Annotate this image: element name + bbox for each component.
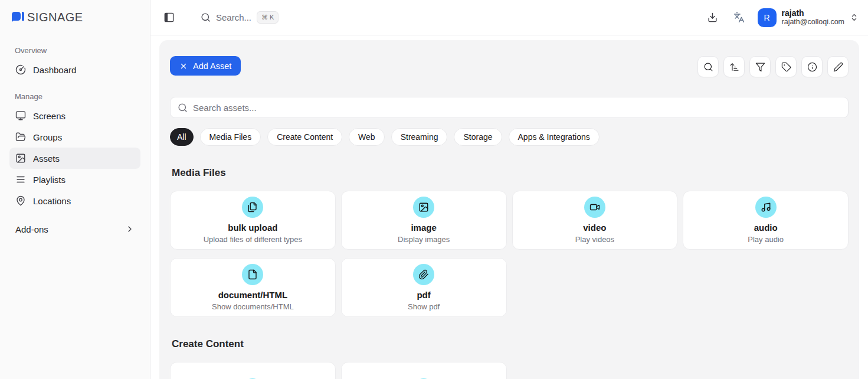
card-subtitle: Display images bbox=[398, 235, 450, 244]
panel-left-icon bbox=[163, 12, 175, 23]
filter-pill-all[interactable]: All bbox=[170, 128, 194, 146]
brand-logo: SIGNAGE bbox=[9, 0, 140, 34]
music-icon bbox=[755, 197, 777, 218]
files-icon bbox=[242, 197, 263, 218]
sidebar-item-dashboard[interactable]: Dashboard bbox=[9, 59, 140, 80]
asset-card-notice[interactable] bbox=[341, 362, 507, 379]
sidebar-item-label: Dashboard bbox=[33, 65, 76, 75]
filter-pill-create-content[interactable]: Create Content bbox=[267, 128, 342, 146]
sidebar-item-groups[interactable]: Groups bbox=[9, 126, 140, 148]
card-subtitle: Play videos bbox=[575, 235, 614, 244]
download-icon bbox=[707, 12, 718, 23]
card-subtitle: Show documents/HTML bbox=[212, 302, 294, 311]
search-icon bbox=[201, 12, 211, 22]
chevron-right-icon bbox=[125, 224, 135, 234]
assets-panel: Add Asset bbox=[159, 40, 859, 379]
card-title: pdf bbox=[417, 290, 430, 300]
add-asset-button[interactable]: Add Asset bbox=[170, 56, 241, 76]
card-subtitle: Upload files of different types bbox=[204, 235, 302, 244]
section-title-media-files: Media Files bbox=[172, 167, 847, 179]
monitor-icon bbox=[15, 110, 26, 121]
filter-pill-storage[interactable]: Storage bbox=[454, 128, 502, 146]
search-icon bbox=[703, 62, 713, 72]
avatar: R bbox=[758, 8, 777, 27]
shortcut-badge: ⌘ K bbox=[257, 11, 279, 24]
asset-card-message[interactable] bbox=[170, 362, 336, 379]
sidebar-section-overview: Overview bbox=[15, 46, 135, 55]
edit-icon bbox=[833, 62, 843, 72]
sort-button[interactable] bbox=[723, 56, 745, 77]
translate-icon bbox=[733, 12, 745, 23]
global-search-button[interactable]: Search... ⌘ K bbox=[201, 11, 279, 24]
paperclip-icon bbox=[413, 264, 434, 285]
content: Add Asset bbox=[150, 35, 868, 379]
sidebar-toggle-button[interactable] bbox=[161, 9, 177, 25]
image-icon bbox=[15, 153, 26, 164]
filter-pill-streaming[interactable]: Streaming bbox=[391, 128, 448, 146]
sidebar-item-addons[interactable]: Add-ons bbox=[9, 218, 140, 240]
gauge-icon bbox=[15, 64, 26, 75]
sidebar-item-label: Screens bbox=[33, 111, 65, 121]
folder-open-icon bbox=[15, 132, 26, 142]
asset-search-input[interactable] bbox=[193, 103, 841, 113]
card-title: bulk upload bbox=[228, 223, 277, 233]
brand-wordmark: SIGNAGE bbox=[27, 11, 83, 24]
pisignage-logo-icon bbox=[11, 11, 25, 23]
section-title-create-content: Create Content bbox=[172, 338, 847, 350]
topbar: Search... ⌘ K R rajath rajath@colloqi.co… bbox=[150, 0, 868, 35]
card-subtitle: Show pdf bbox=[408, 302, 440, 311]
asset-card-audio[interactable]: audio Play audio bbox=[683, 191, 849, 250]
sidebar-item-label: Locations bbox=[33, 196, 71, 206]
search-icon bbox=[178, 103, 188, 113]
info-button[interactable] bbox=[801, 56, 823, 77]
sidebar: SIGNAGE Overview Dashboard Manage Screen… bbox=[0, 0, 150, 379]
search-toggle-button[interactable] bbox=[697, 56, 719, 77]
user-menu[interactable]: R rajath rajath@colloqi.com bbox=[758, 8, 859, 27]
addons-label: Add-ons bbox=[15, 224, 48, 234]
asset-search-field bbox=[170, 97, 849, 118]
card-title: video bbox=[583, 223, 606, 233]
sidebar-item-playlists[interactable]: Playlists bbox=[9, 169, 140, 190]
filter-button[interactable] bbox=[749, 56, 771, 77]
sidebar-item-screens[interactable]: Screens bbox=[9, 105, 140, 126]
filter-pill-web[interactable]: Web bbox=[349, 128, 385, 146]
create-content-grid bbox=[170, 362, 849, 379]
sidebar-item-label: Assets bbox=[33, 153, 60, 164]
asset-card-video[interactable]: video Play videos bbox=[512, 191, 678, 250]
info-icon bbox=[807, 62, 817, 72]
sort-ascending-icon bbox=[729, 62, 739, 72]
video-icon bbox=[584, 197, 605, 218]
file-icon bbox=[242, 264, 263, 285]
add-asset-label: Add Asset bbox=[193, 61, 231, 71]
image-icon bbox=[413, 197, 434, 218]
global-search-label: Search... bbox=[216, 12, 251, 22]
filter-pill-media-files[interactable]: Media Files bbox=[200, 128, 261, 146]
chevrons-up-down-icon bbox=[850, 13, 859, 22]
card-title: audio bbox=[754, 223, 778, 233]
assets-toolbar bbox=[697, 56, 849, 77]
user-name: rajath bbox=[782, 8, 844, 18]
sidebar-section-manage: Manage bbox=[15, 92, 135, 101]
tag-button[interactable] bbox=[775, 56, 797, 77]
asset-card-bulk-upload[interactable]: bulk upload Upload files of different ty… bbox=[170, 191, 336, 250]
filter-pill-apps-integrations[interactable]: Apps & Integrations bbox=[509, 128, 600, 146]
user-email: rajath@colloqi.com bbox=[782, 18, 844, 26]
sidebar-item-label: Groups bbox=[33, 132, 62, 142]
map-pin-icon bbox=[15, 195, 26, 206]
edit-button[interactable] bbox=[827, 56, 849, 77]
close-icon bbox=[179, 62, 188, 70]
filter-pills: All Media Files Create Content Web Strea… bbox=[170, 128, 849, 146]
asset-card-pdf[interactable]: pdf Show pdf bbox=[341, 258, 507, 317]
sidebar-item-locations[interactable]: Locations bbox=[9, 190, 140, 211]
asset-card-image[interactable]: image Display images bbox=[341, 191, 507, 250]
filter-icon bbox=[755, 62, 765, 72]
translate-button[interactable] bbox=[731, 9, 747, 25]
card-title: image bbox=[411, 223, 436, 233]
media-files-grid: bulk upload Upload files of different ty… bbox=[170, 191, 849, 317]
download-button[interactable] bbox=[705, 9, 720, 25]
sidebar-item-assets[interactable]: Assets bbox=[9, 148, 140, 169]
card-subtitle: Play audio bbox=[748, 235, 784, 244]
asset-card-document-html[interactable]: document/HTML Show documents/HTML bbox=[170, 258, 336, 317]
tag-icon bbox=[781, 62, 791, 72]
card-title: document/HTML bbox=[218, 290, 288, 300]
